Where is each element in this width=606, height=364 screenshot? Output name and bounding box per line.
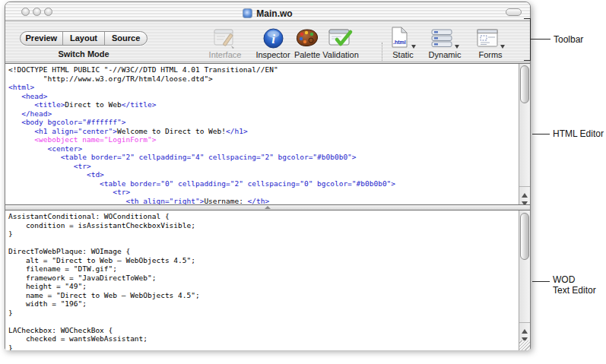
validation-icon xyxy=(314,24,367,49)
validation-label: Validation xyxy=(314,50,367,59)
wod-code-line: DirectToWebPlaque: WOImage { xyxy=(8,247,516,256)
html-code-line: <h1 align="center">Welcome to Direct to … xyxy=(8,127,516,136)
html-code-line: <html> xyxy=(8,83,516,92)
toolbar-callout-bracket-bottom xyxy=(524,60,531,61)
wod-callout-line-2: Text Editor xyxy=(553,285,596,296)
wod-code-line: } xyxy=(8,343,516,351)
static-icon-text: .html xyxy=(393,40,406,45)
html-code-line: <title>Direct to Web</title> xyxy=(8,100,516,109)
wod-code-line xyxy=(8,239,516,248)
interface-icon xyxy=(198,24,252,49)
html-code-line: <webobject name="LoginForm"> xyxy=(8,135,516,144)
static-dropdown-arrow-icon[interactable] xyxy=(411,45,416,49)
wod-code-line: LACheckbox: WOCheckBox { xyxy=(8,326,516,335)
wod-editor-code[interactable]: AssistantConditional: WOConditional { co… xyxy=(8,212,516,350)
wod-code-line: width = "196"; xyxy=(8,299,516,309)
html-code-line: "http://www.w3.org/TR/html4/loose.dtd"> xyxy=(8,74,516,84)
splitter-dimple-icon xyxy=(265,206,271,209)
toolbar-item-forms[interactable]: Forms xyxy=(464,24,517,59)
scroll-down-button[interactable] xyxy=(519,195,530,204)
wod-callout-line-1: WOD xyxy=(553,274,596,285)
wod-code-line: name = "Direct to Web – WebObjects 4.5"; xyxy=(8,291,516,300)
forms-dropdown-arrow-icon[interactable] xyxy=(500,45,505,49)
html-code-line: <body bgcolor="#ffffff"> xyxy=(8,118,516,127)
html-code-line: </head> xyxy=(8,109,516,119)
html-code-line: <center> xyxy=(8,144,516,154)
webobjects-builder-window: Main.wo Preview Layout Source Switch Mod… xyxy=(5,2,531,350)
wod-code-line: alt = "Direct to Web – WebObjects 4.5"; xyxy=(8,256,516,265)
dynamic-dropdown-arrow-icon[interactable] xyxy=(455,45,459,49)
screenshot-canvas: Main.wo Preview Layout Source Switch Mod… xyxy=(0,0,606,364)
html-editor-callout-line xyxy=(532,134,550,135)
source-button[interactable]: Source xyxy=(105,32,147,45)
toolbar: Preview Layout Source Switch Mode xyxy=(5,21,530,62)
wod-code-line: AssistantConditional: WOConditional { xyxy=(8,212,516,221)
html-editor-pane[interactable]: <!DOCTYPE HTML PUBLIC "-//W3C//DTD HTML … xyxy=(5,63,530,205)
switch-mode-label: Switch Mode xyxy=(20,49,148,59)
document-proxy-icon[interactable] xyxy=(243,8,252,18)
html-code-line: <td> xyxy=(8,170,516,179)
preview-button[interactable]: Preview xyxy=(21,32,63,45)
toolbar-callout-line xyxy=(530,39,550,40)
wod-editor-pane[interactable]: AssistantConditional: WOConditional { co… xyxy=(5,210,530,350)
interface-label: Interface xyxy=(198,50,252,59)
wod-editor-scrollbar-arrows xyxy=(519,322,530,340)
html-editor-scrollbar-arrows xyxy=(519,186,530,204)
titlebar[interactable]: Main.wo xyxy=(5,2,530,21)
scroll-down-button[interactable] xyxy=(519,331,530,340)
html-editor-scrollbar[interactable] xyxy=(519,64,530,204)
toolbar-toggle-button[interactable] xyxy=(506,8,522,16)
switch-mode-segmented-control: Preview Layout Source xyxy=(20,31,148,46)
wod-code-line: framework = "JavaDirectToWeb"; xyxy=(8,274,516,283)
wod-code-line xyxy=(8,317,516,326)
wod-code-line: filename = "DTW.gif"; xyxy=(8,264,516,274)
title-area: Main.wo xyxy=(5,6,530,20)
html-code-line: <!DOCTYPE HTML PUBLIC "-//W3C//DTD HTML … xyxy=(8,65,516,74)
toolbar-callout-bracket-top xyxy=(524,18,531,19)
forms-icon xyxy=(464,24,517,49)
html-code-line: <table border="2" cellpadding="4" cellsp… xyxy=(8,153,516,162)
window-title: Main.wo xyxy=(256,8,292,19)
wod-code-line: } xyxy=(8,309,516,318)
wod-editor-scrollbar-thumb[interactable] xyxy=(520,213,529,260)
window-resize-grip[interactable] xyxy=(519,340,530,350)
html-editor-code[interactable]: <!DOCTYPE HTML PUBLIC "-//W3C//DTD HTML … xyxy=(8,65,516,205)
svg-text:i: i xyxy=(271,32,275,46)
forms-label: Forms xyxy=(464,50,517,59)
wod-code-line: checked = wantsWebAssistant; xyxy=(8,334,516,343)
wod-editor-callout-label: WOD Text Editor xyxy=(553,274,596,296)
html-code-line: <table border="0" cellpadding="2" cellsp… xyxy=(8,179,516,188)
toolbar-callout-label: Toolbar xyxy=(554,34,583,45)
wod-editor-scrollbar[interactable] xyxy=(519,210,530,350)
layout-button[interactable]: Layout xyxy=(63,32,106,45)
html-code-line: <tr> xyxy=(8,188,516,197)
html-code-line: <th align="right">Username: </th> xyxy=(8,197,516,206)
toolbar-item-validation[interactable]: Validation xyxy=(314,24,367,59)
toolbar-item-interface: Interface xyxy=(198,24,252,59)
html-editor-callout-label: HTML Editor xyxy=(553,128,604,139)
html-editor-scrollbar-thumb[interactable] xyxy=(520,65,529,103)
wod-code-line: height = "49"; xyxy=(8,282,516,291)
wod-code-line: condition = isAssistantCheckboxVisible; xyxy=(8,221,516,230)
html-code-line: <tr> xyxy=(8,162,516,171)
html-code-line: <head> xyxy=(8,92,516,101)
wod-code-line: } xyxy=(8,229,516,239)
wod-editor-callout-line xyxy=(532,281,550,282)
